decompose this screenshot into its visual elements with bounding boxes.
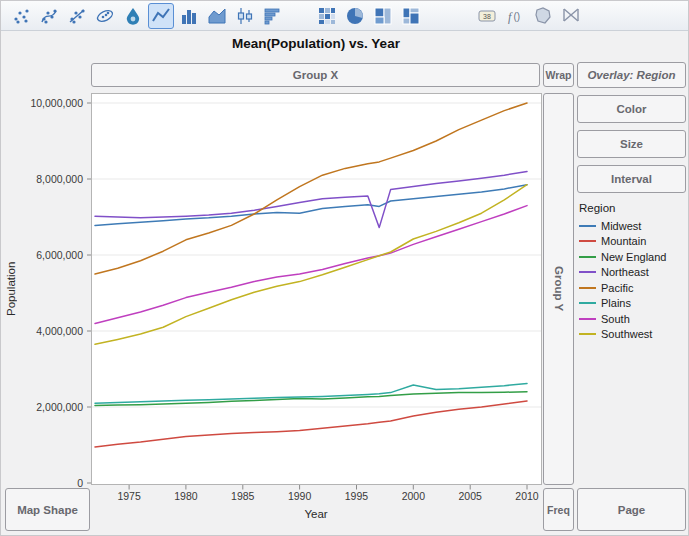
- toolbar-icon-contour[interactable]: [120, 3, 146, 29]
- svg-text:(): (): [514, 11, 521, 22]
- toolbar-icon-heatmap[interactable]: [314, 3, 340, 29]
- toolbar-icon-ellipse[interactable]: [92, 3, 118, 29]
- legend-item[interactable]: Mountain: [579, 234, 687, 250]
- legend-swatch-line: [579, 333, 596, 335]
- heatmap-icon: [317, 6, 337, 26]
- toolbar-icon-area[interactable]: [204, 3, 230, 29]
- toolbar-icon-bar[interactable]: [176, 3, 202, 29]
- treemap-icon: [373, 6, 393, 26]
- toolbar-group: 38f(): [473, 3, 585, 29]
- x-axis-title: Year: [91, 508, 541, 520]
- drop-zone-interval[interactable]: Interval: [577, 165, 686, 193]
- svg-text:f: f: [508, 9, 513, 23]
- map-shape-icon: [533, 6, 553, 26]
- plot-area[interactable]: [85, 93, 542, 493]
- bar-icon: [179, 6, 199, 26]
- chart-type-toolbar: 38f(): [1, 1, 688, 31]
- points-icon: [11, 6, 31, 26]
- legend-item-label: Pacific: [601, 282, 633, 294]
- legend-item-label: Midwest: [601, 220, 641, 232]
- plot-container[interactable]: [85, 93, 542, 493]
- box-plot-icon: [235, 6, 255, 26]
- legend-item[interactable]: South: [579, 311, 687, 327]
- drop-zone-overlay[interactable]: Overlay: Region: [577, 62, 686, 88]
- ellipse-icon: [95, 6, 115, 26]
- toolbar-icon-line[interactable]: [148, 3, 174, 29]
- line-of-fit-icon: [67, 6, 87, 26]
- drop-zone-wrap[interactable]: Wrap: [543, 63, 574, 87]
- drop-zone-page[interactable]: Page: [577, 488, 686, 531]
- legend-item-label: New England: [601, 251, 666, 263]
- legend-swatch-line: [579, 256, 596, 258]
- mosaic-icon: [401, 6, 421, 26]
- legend-item-label: Southwest: [601, 328, 652, 340]
- formula-icon: f(): [505, 6, 525, 26]
- toolbar-group: [7, 3, 287, 29]
- legend-swatch-line: [579, 302, 596, 304]
- drop-zone-map-shape[interactable]: Map Shape: [5, 488, 90, 531]
- drop-zone-color[interactable]: Color: [577, 95, 686, 123]
- legend-swatch-line: [579, 287, 596, 289]
- legend-swatch-line: [579, 318, 596, 320]
- caption-box-icon: 38: [477, 6, 497, 26]
- drop-zone-group-x[interactable]: Group X: [91, 63, 540, 87]
- legend-item[interactable]: Northeast: [579, 265, 687, 281]
- legend-item[interactable]: New England: [579, 249, 687, 265]
- parallel-icon: [561, 6, 581, 26]
- legend: Region MidwestMountainNew EnglandNorthea…: [579, 202, 687, 342]
- toolbar-group: [313, 3, 425, 29]
- toolbar-icon-caption-box[interactable]: 38: [474, 3, 500, 29]
- toolbar-icon-histogram[interactable]: [260, 3, 286, 29]
- area-icon: [207, 6, 227, 26]
- toolbar-icon-pie[interactable]: [342, 3, 368, 29]
- legend-swatch-line: [579, 225, 596, 227]
- line-icon: [151, 6, 171, 26]
- toolbar-icon-map-shape[interactable]: [530, 3, 556, 29]
- graph-builder-window: 38f() Mean(Population) vs. Year Group X …: [0, 0, 689, 536]
- legend-title: Region: [579, 202, 687, 214]
- drop-zone-freq[interactable]: Freq: [543, 488, 574, 531]
- toolbar-icon-box-plot[interactable]: [232, 3, 258, 29]
- pie-icon: [345, 6, 365, 26]
- legend-item[interactable]: Plains: [579, 296, 687, 312]
- legend-item-label: Plains: [601, 297, 631, 309]
- toolbar-icon-smoother[interactable]: [36, 3, 62, 29]
- legend-swatch-line: [579, 271, 596, 273]
- chart-title: Mean(Population) vs. Year: [91, 36, 541, 51]
- smoother-icon: [39, 6, 59, 26]
- toolbar-icon-parallel[interactable]: [558, 3, 584, 29]
- drop-zone-size[interactable]: Size: [577, 130, 686, 158]
- y-axis-title: Population: [3, 93, 19, 485]
- legend-item[interactable]: Midwest: [579, 218, 687, 234]
- toolbar-icon-points[interactable]: [8, 3, 34, 29]
- legend-item[interactable]: Southwest: [579, 327, 687, 343]
- legend-item[interactable]: Pacific: [579, 280, 687, 296]
- contour-icon: [123, 6, 143, 26]
- toolbar-icon-treemap[interactable]: [370, 3, 396, 29]
- legend-item-label: Mountain: [601, 235, 646, 247]
- svg-text:38: 38: [483, 12, 491, 19]
- toolbar-icon-line-of-fit[interactable]: [64, 3, 90, 29]
- legend-swatch-line: [579, 240, 596, 242]
- legend-item-label: Northeast: [601, 266, 649, 278]
- toolbar-icon-formula[interactable]: f(): [502, 3, 528, 29]
- legend-item-label: South: [601, 313, 630, 325]
- drop-zone-group-y[interactable]: Group Y: [543, 93, 574, 485]
- histogram-icon: [263, 6, 283, 26]
- toolbar-icon-mosaic[interactable]: [398, 3, 424, 29]
